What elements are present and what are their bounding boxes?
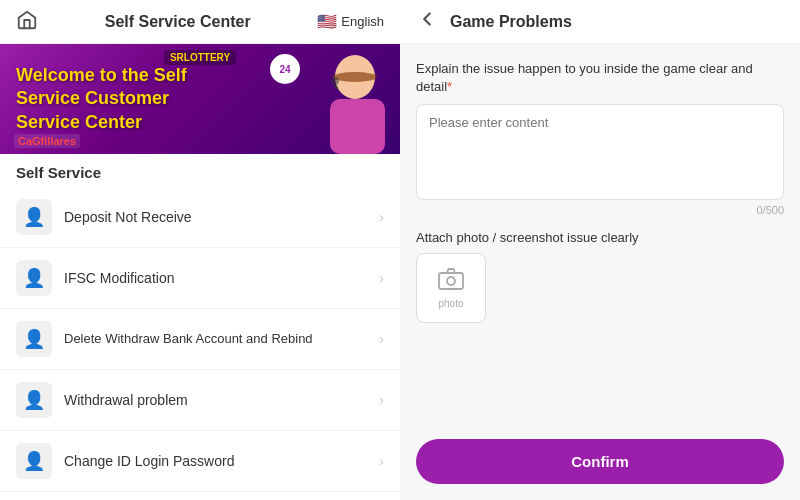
svg-rect-17 (439, 273, 463, 289)
svg-point-16 (331, 77, 339, 85)
menu-icon: 👤 (16, 199, 52, 235)
menu-item-ifsc[interactable]: 👤 IFSC Modification › (0, 248, 400, 309)
right-top-bar: Game Problems (400, 0, 800, 44)
banner-text: Welcome to the Self Service Customer Ser… (16, 64, 187, 134)
menu-list: 👤 Deposit Not Receive › 👤 IFSC Modificat… (0, 187, 400, 500)
app-container: Self Service Center 🇺🇸 English SRLOTTERY… (0, 0, 800, 500)
chevron-icon: › (379, 331, 384, 347)
attach-label: Attach photo / screenshot issue clearly (416, 230, 784, 245)
photo-label: photo (438, 298, 463, 309)
menu-label: IFSC Modification (64, 270, 379, 286)
menu-item-change-id[interactable]: 👤 Change ID Login Password › (0, 431, 400, 492)
right-panel-title: Game Problems (450, 13, 572, 31)
menu-item-deposit[interactable]: 👤 Deposit Not Receive › (0, 187, 400, 248)
menu-label: Deposit Not Receive (64, 209, 379, 225)
svg-point-15 (333, 72, 377, 82)
right-content: Explain the issue happen to you inside t… (400, 44, 800, 439)
menu-label: Change ID Login Password (64, 453, 379, 469)
chevron-icon: › (379, 270, 384, 286)
chevron-icon: › (379, 453, 384, 469)
language-label: English (341, 14, 384, 29)
field-description-label: Explain the issue happen to you inside t… (416, 60, 784, 96)
menu-icon: 👤 (16, 382, 52, 418)
textarea-wrapper (416, 104, 784, 200)
banner: SRLOTTERY Welcome to the Self Service Cu… (0, 44, 400, 154)
chevron-icon: › (379, 209, 384, 225)
chevron-icon: › (379, 392, 384, 408)
section-label: Self Service (0, 154, 400, 187)
language-selector[interactable]: 🇺🇸 English (317, 12, 384, 31)
right-panel: Game Problems Explain the issue happen t… (400, 0, 800, 500)
svg-point-18 (447, 277, 455, 285)
photo-icon (438, 268, 464, 296)
menu-item-withdrawal[interactable]: 👤 Withdrawal problem › (0, 370, 400, 431)
menu-label: Withdrawal problem (64, 392, 379, 408)
menu-icon: 👤 (16, 321, 52, 357)
issue-textarea[interactable] (429, 115, 771, 185)
menu-icon: 👤 (16, 443, 52, 479)
menu-item-change-bank-name[interactable]: 👤 Change bank name › (0, 492, 400, 500)
svg-rect-14 (330, 99, 385, 154)
menu-icon: 👤 (16, 260, 52, 296)
char-count: 0/500 (416, 204, 784, 216)
menu-label: Delete Withdraw Bank Account and Rebind (64, 331, 379, 348)
banner-logo: SRLOTTERY (164, 50, 236, 65)
left-panel: Self Service Center 🇺🇸 English SRLOTTERY… (0, 0, 400, 500)
photo-upload-button[interactable]: photo (416, 253, 486, 323)
menu-item-delete-bank[interactable]: 👤 Delete Withdraw Bank Account and Rebin… (0, 309, 400, 370)
banner-sub-brand: CaGfillares (14, 134, 80, 148)
confirm-button[interactable]: Confirm (416, 439, 784, 484)
page-title: Self Service Center (105, 13, 251, 31)
home-button[interactable] (16, 9, 38, 35)
required-marker: * (447, 79, 452, 94)
top-bar: Self Service Center 🇺🇸 English (0, 0, 400, 44)
back-button[interactable] (416, 8, 438, 35)
